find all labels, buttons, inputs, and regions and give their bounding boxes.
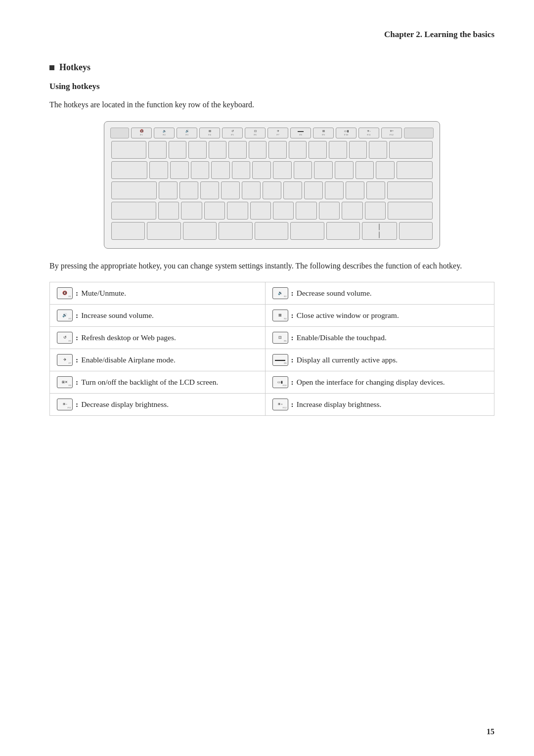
- key-q: [149, 161, 168, 179]
- key-v: [227, 202, 248, 220]
- key-quote: [366, 181, 385, 199]
- key-u: [273, 161, 292, 179]
- hotkey-row-4: ✈F7 : Enable/disable Airplane mode. ▬▬▬F…: [50, 349, 494, 371]
- key-arrow-down: [379, 231, 380, 238]
- hotkey-cell-increase-vol: 🔊F3 : Increase sound volume.: [50, 305, 266, 327]
- key-arrow-left: [326, 222, 360, 240]
- key-comma: [319, 202, 340, 220]
- mute-description: Mute/Unmute.: [81, 287, 126, 299]
- decrease-volume-icon: 🔉F2: [272, 287, 288, 299]
- key-arrow-up: [379, 223, 380, 230]
- key-4: [209, 141, 227, 159]
- key-f2: 🔉F2: [154, 128, 175, 138]
- key-l: [325, 181, 344, 199]
- by-pressing-text: By pressing the appropriate hotkey, you …: [49, 260, 494, 272]
- subsection-title: Using hotkeys: [49, 82, 494, 91]
- hotkey-row-1: 🔇F1 : Mute/Unmute. 🔉F2 : Decrease sound …: [50, 282, 494, 305]
- chapter-header: Chapter 2. Learning the basics: [49, 30, 494, 43]
- key-f9: ⊠F9: [313, 128, 334, 138]
- dec-brightness-description: Decrease display brightness.: [81, 399, 169, 410]
- airplane-description: Enable/disable Airplane mode.: [81, 354, 176, 365]
- backlight-icon: ⊠✕F9: [57, 376, 73, 388]
- key-del-placeholder: [404, 128, 434, 138]
- key-f3: 🔊F3: [177, 128, 197, 138]
- key-period: [342, 202, 362, 220]
- key-backslash: [397, 161, 433, 179]
- key-f8: ▬▬F8: [290, 128, 311, 138]
- page: Chapter 2. Learning the basics Hotkeys U…: [0, 0, 534, 756]
- key-o: [314, 161, 333, 179]
- key-m: [296, 202, 316, 220]
- hotkey-cell-refresh: ↺F5 : Refresh desktop or Web pages.: [50, 327, 266, 349]
- section-bullet-icon: [49, 65, 54, 70]
- key-n: [273, 202, 294, 220]
- key-tab: [111, 161, 147, 179]
- key-rbracket: [376, 161, 395, 179]
- subsection-title-label: Using hotkeys: [49, 82, 100, 91]
- display-apps-description: Display all currently active apps.: [297, 354, 398, 365]
- key-0: [329, 141, 347, 159]
- key-8: [289, 141, 307, 159]
- refresh-icon: ↺F5: [57, 332, 73, 344]
- close-window-icon: ⊠F4: [272, 310, 288, 321]
- hotkey-row-6: ☀−F11 : Decrease display brightness. ☀+F…: [50, 394, 494, 416]
- key-r: [211, 161, 230, 179]
- key-y: [252, 161, 271, 179]
- key-esc-placeholder: [110, 128, 129, 138]
- key-f6: ⊡F6: [245, 128, 266, 138]
- key-x: [181, 202, 202, 220]
- key-6: [249, 141, 267, 159]
- hotkey-cell-backlight: ⊠✕F9 : Turn on/off the backlight of the …: [50, 371, 266, 394]
- key-alt-right: [255, 222, 288, 240]
- key-f4: ⊠F4: [199, 128, 220, 138]
- key-7: [268, 141, 287, 159]
- key-f10: ▭▮F10: [336, 128, 356, 138]
- hotkey-cell-mute: 🔇F1 : Mute/Unmute.: [50, 282, 266, 305]
- key-arrow-right: [399, 222, 433, 240]
- hotkey-cell-display-apps: ▬▬▬F8 : Display all currently active app…: [265, 349, 494, 371]
- key-e: [191, 161, 210, 179]
- key-f1: 🔇F1: [131, 128, 152, 138]
- touchpad-description: Enable/Disable the touchpad.: [297, 332, 387, 343]
- key-lbracket: [356, 161, 374, 179]
- key-lshift: [111, 202, 156, 220]
- key-s: [179, 181, 198, 199]
- key-space: [219, 222, 252, 240]
- key-t: [232, 161, 251, 179]
- decrease-vol-description: Decrease sound volume.: [297, 287, 372, 299]
- key-enter: [387, 181, 433, 199]
- hotkey-row-3: ↺F5 : Refresh desktop or Web pages. ⊡F6 …: [50, 327, 494, 349]
- key-i: [294, 161, 312, 179]
- key-f11: ☀-F11: [358, 128, 379, 138]
- fn-key-row: 🔇F1 🔉F2 🔊F3 ⊠F4 ↺F5 ⊡F6 ✈F7 ▬▬F8 ⊠F9 ▭▮F…: [111, 128, 433, 138]
- key-g: [242, 181, 261, 199]
- key-k: [304, 181, 323, 199]
- key-ctrl-left: [147, 222, 180, 240]
- hotkey-row-5: ⊠✕F9 : Turn on/off the backlight of the …: [50, 371, 494, 394]
- key-tilde: [111, 141, 146, 159]
- key-3: [188, 141, 207, 159]
- decrease-brightness-icon: ☀−F11: [57, 399, 73, 410]
- key-c: [204, 202, 225, 220]
- hotkey-cell-touchpad: ⊡F6 : Enable/Disable the touchpad.: [265, 327, 494, 349]
- key-h: [263, 181, 281, 199]
- touchpad-icon: ⊡F6: [272, 332, 288, 344]
- hotkey-cell-dec-brightness: ☀−F11 : Decrease display brightness.: [50, 394, 266, 416]
- increase-vol-description: Increase sound volume.: [81, 310, 154, 321]
- key-f7: ✈F7: [267, 128, 288, 138]
- hotkey-cell-close-window: ⊠F4 : Close active window or program.: [265, 305, 494, 327]
- key-j: [283, 181, 302, 199]
- key-p: [335, 161, 354, 179]
- key-a: [159, 181, 178, 199]
- section-title: Hotkeys: [49, 62, 494, 73]
- increase-brightness-icon: ☀+F12: [272, 399, 288, 410]
- key-semicolon: [346, 181, 364, 199]
- hotkey-cell-decrease-vol: 🔉F2 : Decrease sound volume.: [265, 282, 494, 305]
- key-minus: [349, 141, 367, 159]
- inc-brightness-description: Increase display brightness.: [297, 399, 382, 410]
- intro-text: The hotkeys are located in the function …: [49, 98, 494, 111]
- asdf-key-row: [111, 181, 433, 199]
- key-slash: [365, 202, 386, 220]
- display-apps-icon: ▬▬▬F8: [272, 354, 288, 366]
- key-b: [250, 202, 271, 220]
